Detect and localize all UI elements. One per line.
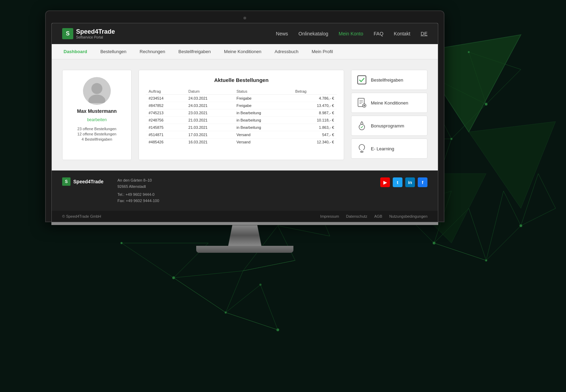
monitor-base bbox=[196, 246, 293, 253]
svg-point-31 bbox=[519, 224, 522, 227]
monitor-bottom-bar bbox=[51, 222, 438, 225]
footer-logo: S Speed4Trade bbox=[62, 177, 103, 186]
footer-links: Impressum Datenschutz AGB Nutzungsbeding… bbox=[320, 214, 427, 218]
user-card: Max Mustermann bearbeiten 23 offene Best… bbox=[62, 70, 132, 160]
order-status: Versand bbox=[234, 131, 292, 139]
col-auftrag: Auftrag bbox=[146, 88, 186, 95]
quicklink-konditionen[interactable]: Meine Konditionen bbox=[351, 93, 427, 113]
footer-bottom: © Speed4Trade GmbH Impressum Datenschutz… bbox=[52, 211, 438, 222]
document-icon bbox=[357, 98, 367, 108]
svg-point-26 bbox=[485, 103, 488, 106]
order-id: #248756 bbox=[146, 117, 186, 124]
table-row[interactable]: #847852 24.03.2021 Freigabe 13.470,- € bbox=[146, 102, 337, 109]
svg-point-34 bbox=[225, 311, 227, 314]
nav-news[interactable]: News bbox=[276, 31, 288, 36]
subnav-rechnungen[interactable]: Rechnungen bbox=[138, 49, 167, 54]
order-status: Freigabe bbox=[234, 102, 292, 109]
nav-bar: S Speed4Trade Selfservice Portal News On… bbox=[52, 23, 438, 44]
user-edit-link[interactable]: bearbeiten bbox=[87, 117, 107, 122]
svg-line-44 bbox=[174, 278, 226, 312]
social-youtube[interactable]: ▶ bbox=[380, 177, 390, 187]
col-datum: Datum bbox=[186, 88, 234, 95]
order-date: 23.03.2021 bbox=[186, 109, 234, 117]
footer-logo-icon: S bbox=[62, 177, 70, 186]
table-row[interactable]: #514871 17.03.2021 Versand 547,- € bbox=[146, 131, 337, 139]
nav-kontakt[interactable]: Kontakt bbox=[394, 31, 410, 36]
table-row[interactable]: #145875 21.03.2021 in Bearbeitung 1.863,… bbox=[146, 124, 337, 131]
subnav-bestellfreigaben[interactable]: Bestellfreigaben bbox=[177, 49, 212, 54]
social-twitter[interactable]: t bbox=[393, 177, 402, 187]
footer-address-line2: 92665 Altenstadt bbox=[117, 184, 159, 190]
footer-link-impressum[interactable]: Impressum bbox=[320, 214, 339, 218]
user-stat-1: 12 offene Bestellungen bbox=[69, 132, 124, 136]
nav-onlinekatalog[interactable]: Onlinekatalog bbox=[299, 31, 328, 36]
order-amount: 547,- € bbox=[292, 131, 337, 139]
nav-lang[interactable]: DE bbox=[421, 31, 427, 36]
quicklink-konditionen-label: Meine Konditionen bbox=[371, 100, 408, 106]
footer: S Speed4Trade An den Gärten 8–10 92665 A… bbox=[52, 170, 438, 211]
quicklink-bestellfreigaben[interactable]: Bestellfreigaben bbox=[351, 70, 427, 90]
quicklink-elearning[interactable]: E- Learning bbox=[351, 139, 427, 159]
subnav-bestellungen[interactable]: Bestellungen bbox=[99, 49, 128, 54]
camera-dot bbox=[243, 17, 246, 19]
quick-links-panel: Bestellfreigaben bbox=[351, 70, 427, 160]
social-facebook[interactable]: f bbox=[418, 177, 427, 187]
nav-faq[interactable]: FAQ bbox=[374, 31, 383, 36]
order-id: #485426 bbox=[146, 139, 186, 146]
medal-icon bbox=[357, 121, 367, 131]
footer-link-datenschutz[interactable]: Datenschutz bbox=[346, 214, 367, 218]
svg-marker-17 bbox=[226, 285, 278, 330]
svg-marker-7 bbox=[469, 52, 521, 104]
order-id: #145875 bbox=[146, 124, 186, 131]
footer-phone: Tel.: +49 9602 9444-0 bbox=[117, 192, 159, 198]
order-amount: 8.987,- € bbox=[292, 109, 337, 117]
table-row[interactable]: #745213 23.03.2021 in Bearbeitung 8.987,… bbox=[146, 109, 337, 117]
svg-marker-10 bbox=[486, 191, 521, 260]
col-status: Status bbox=[234, 88, 292, 95]
svg-marker-13 bbox=[469, 122, 556, 208]
social-linkedin[interactable]: in bbox=[405, 177, 415, 187]
nav-mein-konto[interactable]: Mein Konto bbox=[339, 31, 363, 36]
orders-table: Auftrag Datum Status Betrag #234514 24.0… bbox=[146, 88, 337, 145]
order-amount: 4.786,- € bbox=[292, 95, 337, 102]
quicklink-bonusprogramm[interactable]: Bonusprogramm bbox=[351, 116, 427, 136]
svg-point-35 bbox=[259, 284, 261, 286]
logo-area: S Speed4Trade Selfservice Portal bbox=[62, 28, 115, 39]
subnav-konditionen[interactable]: Meine Konditionen bbox=[223, 49, 263, 54]
svg-marker-11 bbox=[521, 174, 556, 226]
order-status: in Bearbeitung bbox=[234, 109, 292, 117]
bulb-icon bbox=[357, 144, 367, 153]
subnav-dashboard[interactable]: Dashboard bbox=[62, 49, 89, 54]
user-stats: 23 offene Bestellungen 12 offene Bestell… bbox=[69, 126, 124, 142]
order-amount: 1.863,- € bbox=[292, 124, 337, 131]
footer-address-line1: An den Gärten 8–10 bbox=[117, 177, 159, 184]
avatar bbox=[83, 77, 111, 105]
order-date: 24.03.2021 bbox=[186, 102, 234, 109]
user-name: Max Mustermann bbox=[77, 108, 117, 114]
table-row[interactable]: #234514 24.03.2021 Freigabe 4.786,- € bbox=[146, 95, 337, 102]
sub-nav: Dashboard Bestellungen Rechnungen Bestel… bbox=[52, 44, 438, 59]
footer-link-agb[interactable]: AGB bbox=[374, 214, 382, 218]
logo-name: Speed4Trade bbox=[76, 28, 115, 35]
subnav-adressbuch[interactable]: Adressbuch bbox=[273, 49, 300, 54]
monitor-stand bbox=[224, 225, 266, 246]
table-row[interactable]: #248756 21.03.2021 in Bearbeitung 10.118… bbox=[146, 117, 337, 124]
col-betrag: Betrag bbox=[292, 88, 337, 95]
order-status: in Bearbeitung bbox=[234, 117, 292, 124]
order-date: 17.03.2021 bbox=[186, 131, 234, 139]
svg-point-27 bbox=[468, 51, 470, 53]
order-id: #745213 bbox=[146, 109, 186, 117]
orders-title: Aktuelle Bestellungen bbox=[146, 77, 337, 83]
table-row[interactable]: #485426 16.03.2021 Versand 12.340,- € bbox=[146, 139, 337, 146]
svg-line-46 bbox=[243, 260, 295, 271]
svg-point-33 bbox=[172, 276, 175, 279]
order-status: Versand bbox=[234, 139, 292, 146]
checkmark-box-icon bbox=[357, 75, 367, 85]
order-id: #847852 bbox=[146, 102, 186, 109]
footer-copyright: © Speed4Trade GmbH bbox=[62, 214, 101, 218]
footer-link-nutzung[interactable]: Nutzungsbedingungen bbox=[389, 214, 427, 218]
subnav-profil[interactable]: Mein Profil bbox=[310, 49, 334, 54]
order-id: #514871 bbox=[146, 131, 186, 139]
main-nav: News Onlinekatalog Mein Konto FAQ Kontak… bbox=[276, 31, 427, 36]
order-amount: 12.340,- € bbox=[292, 139, 337, 146]
